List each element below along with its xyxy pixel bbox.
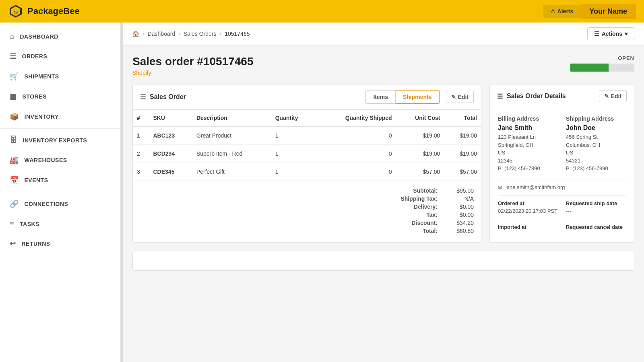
actions-chevron: ▾ [625, 31, 627, 37]
table-row: 3 CDE345 Perfect Gift 1 0 $57.00 $57.00 [133, 163, 481, 181]
page-title: Sales order #10517465 [132, 55, 253, 68]
cell-sku: CDE345 [149, 163, 192, 181]
card-icon: ☰ [140, 93, 146, 101]
main-content: 🏠 › Dashboard › Sales Orders › 10517465 … [123, 23, 644, 362]
dashboard-icon: ⌂ [10, 32, 14, 41]
card-title: Sales Order [150, 93, 186, 101]
totals-section: Subtotal: $95.00 Shipping Tax: N/A Deliv… [133, 181, 481, 242]
details-edit-label: Edit [611, 93, 621, 99]
username-button[interactable]: Your Name [580, 4, 636, 19]
actions-icon: ☰ [594, 31, 599, 37]
sidebar-item-inventory-exports[interactable]: 🗄 INVENTORY EXPORTS [0, 130, 120, 150]
tab-group: Items Shipments [365, 90, 439, 104]
cell-sku: ABC123 [149, 126, 192, 145]
cell-num: 3 [133, 163, 149, 181]
page-title-row: Sales order #10517465 Shopify OPEN [132, 55, 634, 76]
details-edit-icon: ✎ [604, 93, 609, 99]
breadcrumb-sales-orders[interactable]: Sales Orders [184, 31, 217, 37]
sidebar-label-inventory: INVENTORY [25, 113, 59, 120]
cell-num: 1 [133, 126, 149, 145]
sidebar-label-dashboard: DASHBOARD [20, 33, 58, 40]
username-text: Your Name [589, 7, 627, 15]
cell-unit-cost: $57.00 [396, 163, 444, 181]
edit-label: Edit [458, 94, 469, 100]
ordered-at-label: Ordered at [498, 200, 558, 206]
cell-qty-shipped: 0 [316, 163, 396, 181]
sidebar-label-orders: ORDERS [22, 53, 47, 60]
subtotal-label: Subtotal: [413, 187, 438, 194]
sidebar-label-events: EVENTS [25, 177, 48, 183]
breadcrumb: 🏠 › Dashboard › Sales Orders › 10517465 [132, 31, 250, 37]
sidebar-item-inventory[interactable]: 📦 INVENTORY [0, 107, 120, 127]
details-card-header: ☰ Sales Order Details ✎ Edit [490, 84, 634, 108]
logo[interactable]: 🐝 PackageBee [8, 4, 80, 19]
sidebar-item-connections[interactable]: 🔗 CONNECTIONS [0, 194, 120, 214]
sidebar-item-warehouses[interactable]: 🏭 WAREHOUSES [0, 150, 120, 170]
tab-items[interactable]: Items [365, 90, 396, 104]
svg-text:🐝: 🐝 [12, 8, 19, 15]
sidebar-item-dashboard[interactable]: ⌂ DASHBOARD [0, 27, 120, 46]
breadcrumb-dashboard[interactable]: Dashboard [148, 31, 175, 37]
sidebar-label-shipments: SHIPMENTS [25, 73, 59, 80]
alerts-button[interactable]: ⚠ Alerts [543, 5, 581, 18]
sidebar-item-returns[interactable]: ↩ RETURNS [0, 234, 120, 254]
shipping-name: John Doe [566, 124, 626, 132]
imported-at-label: Imported at [498, 224, 558, 230]
billing-country: US [498, 149, 558, 157]
imported-at-col: Imported at [498, 224, 558, 232]
breadcrumb-bar: 🏠 › Dashboard › Sales Orders › 10517465 … [123, 23, 644, 45]
home-icon: 🏠 [132, 31, 139, 37]
details-edit-button[interactable]: ✎ Edit [599, 90, 627, 102]
totals-discount: Discount: $34.20 [140, 220, 474, 226]
sidebar-item-events[interactable]: 📅 EVENTS [0, 170, 120, 190]
cell-quantity: 1 [271, 126, 316, 145]
requested-ship-value: --- [566, 208, 626, 214]
details-card-title: Sales Order Details [507, 93, 566, 100]
col-total: Total [444, 110, 481, 126]
cell-description: Great Product [192, 126, 271, 145]
requested-cancel-col: Requested cancel date [566, 224, 626, 232]
cell-qty-shipped: 0 [316, 145, 396, 163]
billing-heading: Billing Address [498, 115, 558, 122]
order-table: # SKU Description Quantity Quantity Ship… [133, 110, 481, 181]
sales-order-card-header: ☰ Sales Order Items Shipments ✎ Edit [133, 84, 481, 110]
sidebar-item-tasks[interactable]: ≡ TASKS [0, 214, 120, 234]
shipping-zip: 54321 [566, 157, 626, 165]
sidebar-label-stores: STORES [23, 93, 47, 100]
breadcrumb-sep-3: › [220, 31, 222, 37]
ordered-at-value: 02/22/2023 20:17:03 PST [498, 208, 558, 214]
sidebar-divider-2 [0, 192, 120, 192]
sidebar-label-connections: CONNECTIONS [25, 201, 68, 207]
sidebar-label-inventory-exports: INVENTORY EXPORTS [23, 137, 87, 144]
sidebar-item-orders[interactable]: ☰ ORDERS [0, 46, 120, 66]
total-label: Total: [423, 228, 438, 234]
billing-phone: P: (123) 456-7890 [498, 165, 558, 173]
subtotal-value: $95.00 [446, 187, 474, 194]
status-area: OPEN [570, 55, 634, 72]
ordered-at-col: Ordered at 02/22/2023 20:17:03 PST [498, 200, 558, 214]
page-source: Shopify [132, 70, 253, 76]
cell-description: Perfect Gift [192, 163, 271, 181]
totals-total: Total: $60.80 [140, 228, 474, 234]
sidebar: ⌂ DASHBOARD ☰ ORDERS 🛒 SHIPMENTS ▦ STORE… [0, 23, 121, 362]
requested-ship-label: Requested ship date [566, 200, 626, 206]
details-card: ☰ Sales Order Details ✎ Edit Billing Add… [489, 84, 634, 243]
tab-shipments[interactable]: Shipments [396, 90, 440, 104]
edit-button[interactable]: ✎ Edit [446, 91, 474, 103]
sidebar-item-stores[interactable]: ▦ STORES [0, 86, 120, 107]
billing-address: Billing Address Jane Smith 123 Pleasant … [498, 115, 558, 173]
card-header-right: Items Shipments ✎ Edit [365, 90, 474, 104]
requested-cancel-label: Requested cancel date [566, 224, 626, 230]
totals-subtotal: Subtotal: $95.00 [140, 187, 474, 194]
sidebar-divider-1 [0, 128, 120, 129]
tasks-icon: ≡ [10, 220, 14, 228]
cell-total: $19.00 [444, 145, 481, 163]
actions-label: Actions [602, 31, 622, 37]
actions-button[interactable]: ☰ Actions ▾ [587, 27, 634, 40]
returns-icon: ↩ [10, 239, 16, 248]
sidebar-label-warehouses: WAREHOUSES [25, 157, 67, 163]
connections-icon: 🔗 [10, 200, 19, 208]
billing-name: Jane Smith [498, 124, 558, 132]
table-row: 2 BCD234 Superb Item - Red 1 0 $19.00 $1… [133, 145, 481, 163]
sidebar-item-shipments[interactable]: 🛒 SHIPMENTS [0, 66, 120, 86]
